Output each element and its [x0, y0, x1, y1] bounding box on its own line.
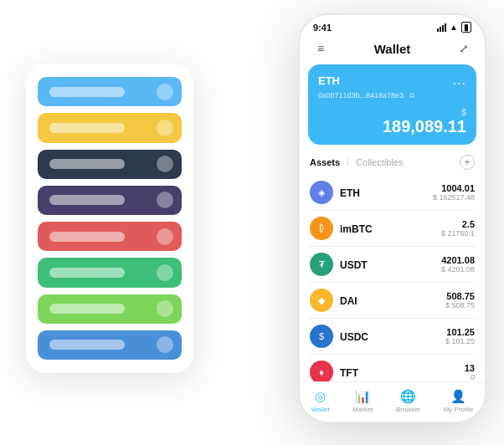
asset-amount: 508.75 — [445, 291, 475, 301]
card-icon — [157, 228, 173, 245]
card-label-bar — [49, 195, 125, 205]
nav-icon-market: 📊 — [355, 389, 371, 404]
assets-header: Assets / Collectibles + — [300, 151, 485, 175]
scene: 9:41 ▲ ▮ ≡ Wallet ⤢ ETH ... — [18, 13, 486, 432]
asset-icon-usdt: ₮ — [310, 253, 333, 276]
phone-frame: 9:41 ▲ ▮ ≡ Wallet ⤢ ETH ... — [298, 13, 486, 423]
asset-info: USDC — [340, 329, 445, 344]
signal-icon — [437, 23, 446, 32]
asset-item[interactable]: ◆DAI508.75$ 508.75 — [308, 283, 476, 319]
asset-amount: 101.25 — [445, 327, 475, 337]
nav-icon-my-profile: 👤 — [450, 389, 466, 404]
wallet-card-row-purple[interactable] — [38, 186, 182, 215]
nav-icon-wallet: ◎ — [315, 389, 326, 404]
asset-values: 508.75$ 508.75 — [445, 291, 475, 309]
tab-assets[interactable]: Assets — [310, 157, 340, 167]
asset-name: imBTC — [340, 223, 373, 235]
asset-info: DAI — [340, 293, 445, 308]
card-icon — [157, 300, 173, 317]
eth-card: ETH ... 0x08711d3b...8418a78e3 ⧉ $ 189,0… — [308, 64, 476, 145]
asset-name: USDT — [340, 259, 368, 271]
status-icons: ▲ ▮ — [437, 22, 471, 33]
bg-card — [26, 64, 193, 373]
status-bar: 9:41 ▲ ▮ — [300, 15, 485, 36]
asset-info: imBTC — [340, 221, 441, 236]
asset-values: 4201.08$ 4201.08 — [441, 255, 475, 274]
asset-info: USDT — [340, 257, 441, 272]
asset-name: ETH — [340, 187, 360, 199]
asset-list: ◈ETH1004.01$ 162517.48₿imBTC2.5$ 21760.1… — [300, 175, 485, 381]
asset-usd: $ 508.75 — [445, 301, 475, 309]
asset-values: 101.25$ 101.25 — [445, 327, 475, 345]
page-title: Wallet — [374, 42, 411, 56]
nav-label: Wallet — [311, 406, 330, 413]
card-label-bar — [49, 340, 125, 350]
card-label-bar — [49, 87, 125, 97]
asset-icon-eth: ◈ — [310, 181, 333, 204]
nav-item-wallet[interactable]: ◎Wallet — [311, 389, 330, 413]
menu-button[interactable]: ≡ — [311, 39, 330, 58]
assets-tabs: Assets / Collectibles — [310, 157, 403, 167]
asset-values: 130 — [465, 363, 475, 381]
nav-item-my-profile[interactable]: 👤My Profile — [444, 389, 474, 413]
wifi-icon: ▲ — [450, 23, 458, 32]
asset-values: 1004.01$ 162517.48 — [433, 183, 475, 202]
asset-amount: 1004.01 — [433, 183, 475, 193]
nav-item-browser[interactable]: 🌐Browser — [396, 389, 420, 413]
phone-header: ≡ Wallet ⤢ — [300, 36, 485, 64]
eth-card-header: ETH ... — [318, 73, 466, 88]
asset-icon-dai: ◆ — [310, 289, 333, 312]
asset-item[interactable]: ₿imBTC2.5$ 21760.1 — [308, 211, 476, 247]
card-icon — [157, 192, 173, 208]
card-label-bar — [49, 159, 125, 169]
asset-name: USDC — [340, 331, 368, 343]
add-asset-button[interactable]: + — [460, 155, 475, 170]
asset-name: TFT — [340, 367, 358, 379]
wallet-card-row-blue2[interactable] — [38, 330, 182, 360]
asset-usd: $ 162517.48 — [433, 193, 475, 202]
nav-label: Market — [352, 406, 373, 413]
wallet-card-row-dark[interactable] — [38, 150, 182, 179]
nav-item-market[interactable]: 📊Market — [352, 389, 373, 413]
asset-amount: 2.5 — [441, 219, 475, 229]
wallet-card-row-green[interactable] — [38, 258, 182, 287]
asset-icon-usdc: $ — [310, 325, 333, 348]
card-label-bar — [49, 232, 125, 242]
card-label-bar — [49, 268, 125, 278]
eth-card-amount: 189,089.11 — [318, 117, 466, 136]
bottom-nav: ◎Wallet📊Market🌐Browser👤My Profile — [300, 381, 485, 422]
wallet-card-row-blue1[interactable] — [38, 77, 182, 106]
expand-button[interactable]: ⤢ — [455, 39, 473, 58]
eth-card-currency: $ — [318, 107, 466, 117]
asset-item[interactable]: $USDC101.25$ 101.25 — [308, 319, 476, 355]
card-label-bar — [49, 304, 125, 314]
asset-usd: 0 — [465, 373, 475, 381]
asset-icon-tft: ♦ — [310, 361, 333, 381]
asset-amount: 4201.08 — [441, 255, 475, 265]
asset-info: ETH — [340, 185, 433, 200]
eth-card-menu[interactable]: ... — [453, 73, 466, 88]
asset-values: 2.5$ 21760.1 — [441, 219, 475, 238]
asset-usd: $ 21760.1 — [441, 229, 475, 238]
eth-card-address: 0x08711d3b...8418a78e3 ⧉ — [318, 91, 466, 100]
card-icon — [157, 156, 173, 172]
status-time: 9:41 — [313, 23, 332, 33]
tab-collectibles[interactable]: Collectibles — [356, 157, 403, 167]
card-icon — [157, 336, 173, 353]
nav-label: Browser — [396, 406, 420, 413]
asset-name: DAI — [340, 295, 357, 307]
asset-item[interactable]: ♦TFT130 — [308, 355, 476, 381]
asset-usd: $ 4201.08 — [441, 265, 475, 274]
asset-usd: $ 101.25 — [445, 337, 475, 345]
card-label-bar — [49, 123, 125, 133]
wallet-card-row-lightgreen[interactable] — [38, 294, 182, 324]
asset-item[interactable]: ◈ETH1004.01$ 162517.48 — [308, 175, 476, 211]
wallet-card-row-yellow[interactable] — [38, 113, 182, 142]
asset-info: TFT — [340, 365, 465, 380]
eth-card-title: ETH — [318, 74, 340, 87]
wallet-card-row-red[interactable] — [38, 222, 182, 251]
card-icon — [157, 120, 173, 136]
card-icon — [157, 264, 173, 281]
copy-icon[interactable]: ⧉ — [409, 91, 414, 100]
asset-item[interactable]: ₮USDT4201.08$ 4201.08 — [308, 247, 476, 283]
